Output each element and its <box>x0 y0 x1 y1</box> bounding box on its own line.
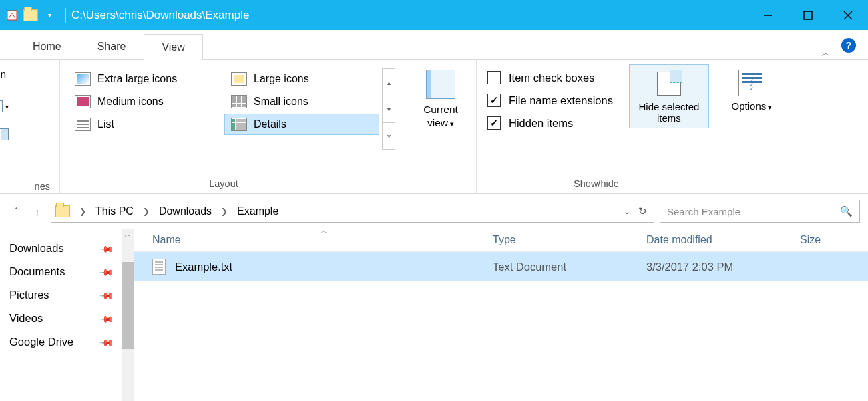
search-icon: 🔍 <box>840 205 853 217</box>
folder-icon[interactable] <box>23 7 39 23</box>
sidebar-item-google-drive[interactable]: Google Drive📌 <box>9 330 134 354</box>
sort-indicator-icon: ︿ <box>320 226 328 236</box>
checkbox-hidden-items[interactable]: Hidden items <box>487 116 613 130</box>
layout-list-label: List <box>97 118 114 130</box>
content-area: Downloads📌 Documents📌 Pictures📌 Videos📌 … <box>0 229 868 401</box>
layout-md-label: Medium icons <box>97 96 164 108</box>
hide-selected-icon <box>654 69 684 98</box>
chevron-right-icon[interactable]: ❯ <box>74 207 91 216</box>
hide-selected-label: Hide selected items <box>634 101 704 124</box>
column-name[interactable]: Name <box>147 234 487 246</box>
app-icon[interactable] <box>4 7 20 23</box>
layout-small-icons[interactable]: Small icons <box>224 91 379 112</box>
ribbon: ion ▾ nes Extra large icons Large icons … <box>0 60 868 194</box>
pin-icon: 📌 <box>99 334 114 350</box>
tab-share[interactable]: Share <box>79 33 144 59</box>
column-date-modified[interactable]: Date modified <box>641 234 795 246</box>
options-label: Options <box>723 100 781 112</box>
history-dropdown-icon[interactable]: ˅ <box>8 203 24 219</box>
refresh-icon[interactable]: ↻ <box>638 205 647 217</box>
column-type[interactable]: Type <box>487 234 641 246</box>
checkbox-item-check-boxes[interactable]: Item check boxes <box>487 71 613 84</box>
minimize-button[interactable] <box>748 0 788 30</box>
layout-gallery-scroll[interactable]: ▴▾▿ <box>382 68 395 150</box>
layout-medium-icons[interactable]: Medium icons <box>68 91 223 112</box>
file-date: 3/3/2017 2:03 PM <box>641 261 795 273</box>
maximize-button[interactable] <box>788 0 828 30</box>
hide-selected-items-button[interactable]: Hide selected items <box>629 64 709 128</box>
text-file-icon <box>152 259 166 275</box>
pin-icon: 📌 <box>99 241 114 256</box>
preview-pane-button[interactable]: ▾ <box>0 100 9 112</box>
options-icon <box>738 70 765 96</box>
file-ext-label: File name extensions <box>509 94 613 107</box>
current-view-button[interactable]: Current view <box>412 64 469 130</box>
search-placeholder: Search Example <box>667 206 740 217</box>
title-bar: ▾ C:\Users\chris\Downloads\Example <box>0 0 868 30</box>
pin-icon: 📌 <box>99 287 114 303</box>
sidebar-item-videos[interactable]: Videos📌 <box>9 307 134 330</box>
pin-icon: 📌 <box>99 264 114 279</box>
chevron-right-icon[interactable]: ❯ <box>216 207 233 216</box>
navigation-pane-label-fragment: ion <box>0 68 9 80</box>
group-show-hide: Item check boxes File name extensions Hi… <box>477 60 716 193</box>
group-panes: ion ▾ nes <box>0 60 60 193</box>
sidebar-scrollbar[interactable]: ︿ <box>122 229 134 401</box>
navigation-sidebar: Downloads📌 Documents📌 Pictures📌 Videos📌 … <box>0 229 134 401</box>
layout-large-icons[interactable]: Large icons <box>224 68 379 90</box>
group-options: Options <box>716 60 787 193</box>
breadcrumb-example[interactable]: Example <box>237 205 278 217</box>
tab-view[interactable]: View <box>144 34 202 60</box>
sidebar-item-documents[interactable]: Documents📌 <box>9 260 134 283</box>
breadcrumb-downloads[interactable]: Downloads <box>159 205 212 217</box>
sidebar-item-downloads[interactable]: Downloads📌 <box>9 237 134 260</box>
details-pane-button[interactable] <box>0 128 9 140</box>
layout-list[interactable]: List <box>68 114 223 135</box>
ribbon-tabs: Home Share View ︿ ? <box>0 30 868 60</box>
checkbox-file-name-extensions[interactable]: File name extensions <box>487 94 613 107</box>
search-input[interactable]: Search Example 🔍 <box>660 200 860 223</box>
group-label-showhide: Show/hide <box>483 176 709 192</box>
collapse-ribbon-icon[interactable]: ︿ <box>815 47 837 59</box>
chevron-right-icon[interactable]: ❯ <box>138 207 155 216</box>
close-button[interactable] <box>828 0 868 30</box>
current-view-icon <box>426 70 455 99</box>
breadcrumb-this-pc[interactable]: This PC <box>95 205 134 217</box>
layout-details-label: Details <box>254 118 286 130</box>
file-name: Example.txt <box>175 261 232 273</box>
help-icon[interactable]: ? <box>841 38 856 53</box>
file-list: ︿ Name Type Date modified Size Example.t… <box>134 229 868 401</box>
layout-details[interactable]: Details <box>224 114 379 135</box>
quick-access-toolbar: ▾ <box>0 7 71 23</box>
layout-lg-label: Large icons <box>254 73 309 85</box>
address-dropdown-icon[interactable]: ⌄ <box>624 207 630 216</box>
address-bar[interactable]: ❯ This PC ❯ Downloads ❯ Example ⌄ ↻ <box>51 200 654 223</box>
layout-xl-label: Extra large icons <box>97 73 177 85</box>
options-button[interactable]: Options <box>723 64 781 112</box>
column-headers: ︿ Name Type Date modified Size <box>134 229 868 252</box>
address-bar-row: ˅ ↑ ❯ This PC ❯ Downloads ❯ Example ⌄ ↻ … <box>0 194 868 229</box>
hidden-items-label: Hidden items <box>509 117 573 130</box>
layout-extra-large-icons[interactable]: Extra large icons <box>68 68 223 90</box>
address-folder-icon <box>55 205 70 217</box>
layout-sm-label: Small icons <box>254 96 308 108</box>
file-row[interactable]: Example.txt Text Document 3/3/2017 2:03 … <box>134 252 868 281</box>
file-type: Text Document <box>487 261 641 273</box>
column-size[interactable]: Size <box>795 234 868 246</box>
current-view-label: Current view <box>412 103 469 130</box>
qat-dropdown-icon[interactable]: ▾ <box>41 7 57 23</box>
group-label-panes: nes <box>7 181 53 192</box>
group-layout: Extra large icons Large icons Medium ico… <box>60 60 405 193</box>
up-button[interactable]: ↑ <box>29 203 45 219</box>
pin-icon: 📌 <box>99 311 114 326</box>
group-current-view: Current view <box>405 60 477 193</box>
group-label-layout: Layout <box>67 176 381 192</box>
tab-home[interactable]: Home <box>15 33 79 59</box>
item-check-boxes-label: Item check boxes <box>509 72 594 84</box>
svg-rect-2 <box>804 11 812 19</box>
sidebar-item-pictures[interactable]: Pictures📌 <box>9 283 134 307</box>
window-title: C:\Users\chris\Downloads\Example <box>71 9 249 22</box>
